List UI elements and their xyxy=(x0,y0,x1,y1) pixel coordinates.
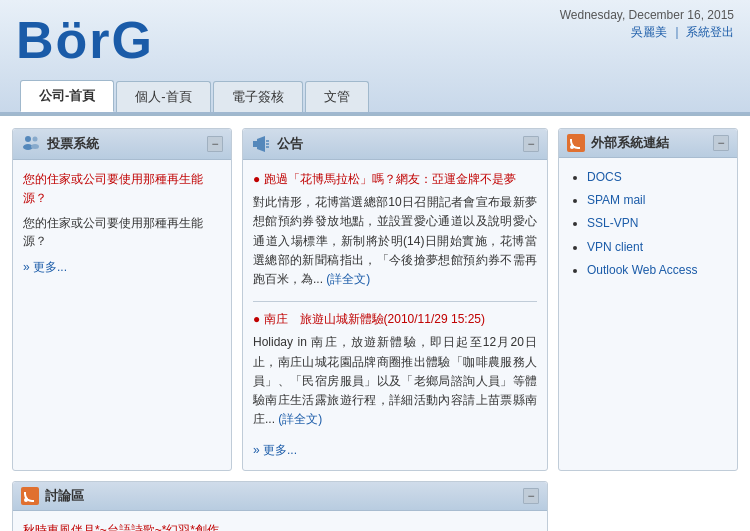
svg-marker-4 xyxy=(253,141,257,147)
discuss-minimize-button[interactable]: − xyxy=(523,488,539,504)
vote-panel: 投票系統 − 您的住家或公司要使用那種再生能源？ 您的住家或公司要使用那種再生能… xyxy=(12,128,232,471)
logo-o: ö xyxy=(56,14,90,66)
rss-icon xyxy=(567,134,585,152)
announce-item-1-detail[interactable]: (詳全文) xyxy=(326,272,370,286)
tab-company-home[interactable]: 公司-首頁 xyxy=(20,80,114,112)
discuss-panel-header-left: 討論區 xyxy=(21,487,84,505)
announce-more-link[interactable]: » 更多... xyxy=(253,443,297,457)
ext-link-item-owa: Outlook Web Access xyxy=(587,261,727,280)
content-grid: 投票系統 − 您的住家或公司要使用那種再生能源？ 您的住家或公司要使用那種再生能… xyxy=(12,128,738,531)
main-content: 投票系統 − 您的住家或公司要使用那種再生能源？ 您的住家或公司要使用那種再生能… xyxy=(0,114,750,531)
announce-panel: 公告 − ● 跑過「花博馬拉松」嗎？網友：亞運金牌不是夢 對此情形，花博當選總部… xyxy=(242,128,548,471)
external-panel-body: DOCS SPAM mail SSL-VPN VPN client Outloo… xyxy=(559,158,737,294)
logo: BörG xyxy=(16,8,154,72)
external-panel-header-left: 外部系統連結 xyxy=(567,134,669,152)
ext-link-item-vpnclient: VPN client xyxy=(587,238,727,257)
svg-point-2 xyxy=(33,137,38,142)
announce-icon xyxy=(251,134,271,154)
separator: ｜ xyxy=(671,25,683,39)
external-links-list: DOCS SPAM mail SSL-VPN VPN client Outloo… xyxy=(569,168,727,280)
ext-link-item-spam: SPAM mail xyxy=(587,191,727,210)
discuss-item-title: 秋時東風伴月*~台語詩歌~*幻羽*創作 xyxy=(23,521,537,531)
discuss-rss-icon xyxy=(21,487,39,505)
ext-link-sslvpn[interactable]: SSL-VPN xyxy=(587,216,638,230)
announce-item-2-body: Holiday in 南庄，放遊新體驗，即日起至12月20日止，南庄山城花園品牌… xyxy=(253,333,537,429)
ext-link-item-sslvpn: SSL-VPN xyxy=(587,214,727,233)
announce-panel-body: ● 跑過「花博馬拉松」嗎？網友：亞運金牌不是夢 對此情形，花博當選總部10日召開… xyxy=(243,160,547,470)
announce-panel-header-left: 公告 xyxy=(251,134,303,154)
external-panel-header: 外部系統連結 − xyxy=(559,129,737,158)
tab-personal-home[interactable]: 個人-首頁 xyxy=(116,81,210,112)
vote-panel-title: 投票系統 xyxy=(47,135,99,153)
announce-panel-title: 公告 xyxy=(277,135,303,153)
ext-link-spam[interactable]: SPAM mail xyxy=(587,193,645,207)
announce-item-1-body: 對此情形，花博當選總部10日召開記者會宣布最新夢想館預約券發放地點，並設置愛心通… xyxy=(253,193,537,289)
discuss-panel-body: 秋時東風伴月*~台語詩歌~*幻羽*創作 » 更多... xyxy=(13,511,547,531)
external-panel: 外部系統連結 − DOCS SPAM mail SSL-VPN VPN xyxy=(558,128,738,471)
announce-item-2: ● 南庄 旅遊山城新體驗(2010/11/29 15:25) Holiday i… xyxy=(253,310,537,429)
announce-item-1: ● 跑過「花博馬拉松」嗎？網友：亞運金牌不是夢 對此情形，花博當選總部10日召開… xyxy=(253,170,537,289)
discuss-panel: 討論區 − 秋時東風伴月*~台語詩歌~*幻羽*創作 » 更多... xyxy=(12,481,548,531)
vote-more-link[interactable]: » 更多... xyxy=(23,260,67,274)
announce-divider xyxy=(253,301,537,302)
vote-minimize-button[interactable]: − xyxy=(207,136,223,152)
svg-marker-5 xyxy=(257,136,265,152)
tabs: 公司-首頁 個人-首頁 電子簽核 文管 xyxy=(16,80,734,112)
vote-panel-body: 您的住家或公司要使用那種再生能源？ 您的住家或公司要使用那種再生能源？ » 更多… xyxy=(13,160,231,288)
user-info: 吳麗美 ｜ 系統登出 xyxy=(560,24,734,41)
ext-link-docs[interactable]: DOCS xyxy=(587,170,622,184)
vote-question-text: 您的住家或公司要使用那種再生能源？ xyxy=(23,214,221,250)
vote-question-title: 您的住家或公司要使用那種再生能源？ xyxy=(23,170,221,208)
discuss-panel-header: 討論區 − xyxy=(13,482,547,511)
ext-link-owa[interactable]: Outlook Web Access xyxy=(587,263,698,277)
ext-link-vpnclient[interactable]: VPN client xyxy=(587,240,643,254)
header-right: Wednesday, December 16, 2015 吳麗美 ｜ 系統登出 xyxy=(560,8,734,41)
svg-point-3 xyxy=(31,144,39,149)
vote-icon xyxy=(21,134,41,154)
tab-e-approval[interactable]: 電子簽核 xyxy=(213,81,303,112)
date-display: Wednesday, December 16, 2015 xyxy=(560,8,734,22)
announce-item-1-title: ● 跑過「花博馬拉松」嗎？網友：亞運金牌不是夢 xyxy=(253,170,537,189)
svg-point-0 xyxy=(25,136,31,142)
ext-link-item-docs: DOCS xyxy=(587,168,727,187)
announce-item-2-detail[interactable]: (詳全文) xyxy=(278,412,322,426)
announce-minimize-button[interactable]: − xyxy=(523,136,539,152)
external-minimize-button[interactable]: − xyxy=(713,135,729,151)
discuss-panel-title: 討論區 xyxy=(45,487,84,505)
header: BörG Wednesday, December 16, 2015 吳麗美 ｜ … xyxy=(0,0,750,114)
logout-link[interactable]: 系統登出 xyxy=(686,25,734,39)
vote-panel-header: 投票系統 − xyxy=(13,129,231,160)
external-panel-title: 外部系統連結 xyxy=(591,134,669,152)
username-label: 吳麗美 xyxy=(631,25,667,39)
vote-panel-header-left: 投票系統 xyxy=(21,134,99,154)
announce-item-2-title: ● 南庄 旅遊山城新體驗(2010/11/29 15:25) xyxy=(253,310,537,329)
announce-panel-header: 公告 − xyxy=(243,129,547,160)
tab-document[interactable]: 文管 xyxy=(305,81,369,112)
